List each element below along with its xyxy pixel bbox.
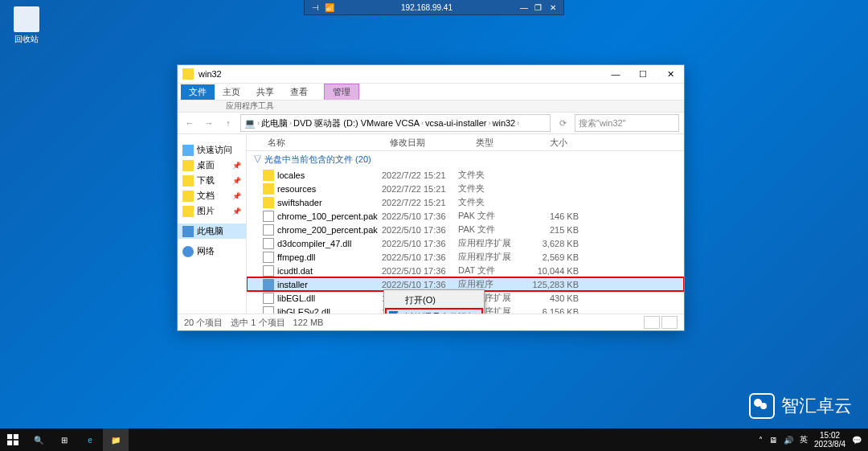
sidebar-item[interactable]: 文档📌 (178, 188, 246, 203)
rdp-minimize-button[interactable]: — (517, 3, 531, 12)
tab-file[interactable]: 文件 (181, 84, 215, 100)
pc-icon (182, 226, 194, 237)
pin-icon: 📌 (232, 207, 241, 215)
col-name[interactable]: 名称 (263, 137, 385, 149)
file-row[interactable]: chrome_200_percent.pak2022/5/10 17:36PAK… (247, 223, 684, 236)
tray-up-icon[interactable]: ˄ (759, 436, 763, 445)
file-icon (263, 293, 274, 304)
file-icon (263, 238, 274, 249)
network-icon[interactable]: 🖥 (769, 436, 777, 445)
taskbar: 🔍 ⊞ e 📁 ˄ 🖥 🔊 英 15:02 2023/8/4 💬 (0, 428, 868, 451)
file-icon (263, 265, 274, 277)
notifications-button[interactable]: 💬 (852, 436, 862, 445)
pin-icon: 📌 (232, 192, 241, 200)
svg-rect-1 (14, 434, 18, 439)
desktop: ⊣ 📶 192.168.99.41 — ❐ ✕ 回收站 win32 — ☐ ✕ … (0, 0, 868, 451)
rdp-signal-icon: 📶 (322, 3, 337, 12)
ime-indicator[interactable]: 英 (800, 434, 808, 445)
up-button[interactable]: ↑ (221, 116, 235, 130)
context-menu: 打开(O)以管理员身份运行(A)兼容性疑难解答(Y)固定到"开始"屏幕(P)共享… (383, 289, 485, 314)
context-menu-item[interactable]: 以管理员身份运行(A) (386, 309, 482, 314)
status-count: 20 个项目 (184, 317, 223, 329)
pin-icon: 📌 (232, 162, 241, 170)
rdp-titlebar: ⊣ 📶 192.168.99.41 — ❐ ✕ (304, 0, 564, 15)
explorer-window: win32 — ☐ ✕ 文件 主页 共享 查看 管理 应用程序工具 ← → ↑ … (177, 64, 685, 331)
breadcrumb[interactable]: 💻› 此电脑› DVD 驱动器 (D:) VMware VCSA› vcsa-u… (240, 114, 551, 132)
back-button[interactable]: ← (182, 116, 197, 130)
close-button[interactable]: ✕ (657, 65, 684, 83)
file-pane: 名称 修改日期 类型 大小 ▽ 光盘中当前包含的文件 (20) locales2… (247, 134, 684, 314)
sidebar-item[interactable]: 图片📌 (178, 203, 246, 219)
search-input[interactable]: 搜索"win32" (575, 114, 679, 132)
start-button[interactable] (0, 428, 26, 451)
window-titlebar[interactable]: win32 — ☐ ✕ (178, 65, 684, 84)
folder-icon (182, 175, 194, 187)
column-headers: 名称 修改日期 类型 大小 (247, 134, 684, 151)
rdp-restore-button[interactable]: ❐ (531, 3, 546, 12)
file-row[interactable]: icudtl.dat2022/5/10 17:36DAT 文件10,044 KB (247, 264, 684, 277)
refresh-button[interactable]: ⟳ (555, 116, 570, 130)
file-row[interactable]: locales2022/7/22 15:21文件夹 (247, 168, 684, 182)
folder-icon (182, 206, 194, 217)
ie-button[interactable]: e (77, 428, 103, 451)
pc-icon: 💻 (244, 118, 256, 129)
net-icon (182, 246, 194, 257)
sidebar-item[interactable]: 下载📌 (178, 173, 246, 188)
status-size: 122 MB (293, 318, 324, 327)
rdp-close-button[interactable]: ✕ (546, 3, 560, 12)
ribbon-tabs: 文件 主页 共享 查看 管理 (178, 84, 684, 100)
svg-rect-2 (7, 441, 12, 445)
rdp-ip: 192.168.99.41 (337, 3, 517, 12)
forward-button[interactable]: → (202, 116, 216, 130)
view-details-button[interactable] (644, 316, 660, 329)
view-buttons (644, 316, 678, 329)
minimize-button[interactable]: — (602, 65, 629, 83)
tab-manage[interactable]: 管理 (324, 84, 359, 100)
shield-icon (389, 311, 399, 314)
view-icons-button[interactable] (661, 316, 678, 329)
col-date[interactable]: 修改日期 (385, 137, 471, 149)
folder-icon (182, 68, 194, 80)
folder-icon (182, 160, 194, 171)
tab-view[interactable]: 查看 (282, 84, 316, 100)
col-type[interactable]: 类型 (471, 137, 545, 149)
search-button[interactable]: 🔍 (26, 428, 51, 451)
watermark: 智汇卓云 (749, 393, 852, 419)
toolbar: ← → ↑ 💻› 此电脑› DVD 驱动器 (D:) VMware VCSA› … (178, 113, 684, 134)
folder-icon (263, 197, 274, 208)
file-list[interactable]: ▽ 光盘中当前包含的文件 (20) locales2022/7/22 15:21… (247, 151, 684, 314)
maximize-button[interactable]: ☐ (629, 65, 657, 83)
clock[interactable]: 15:02 2023/8/4 (814, 431, 845, 449)
sound-icon[interactable]: 🔊 (784, 436, 793, 445)
wechat-icon (749, 393, 775, 419)
folder-icon (182, 191, 194, 202)
sidebar-item[interactable]: 此电脑 (178, 223, 246, 239)
file-icon (263, 211, 274, 222)
tab-share[interactable]: 共享 (248, 84, 282, 100)
rdp-pin-icon[interactable]: ⊣ (308, 3, 322, 12)
file-row[interactable]: ffmpeg.dll2022/5/10 17:36应用程序扩展2,569 KB (247, 250, 684, 264)
recycle-bin-icon[interactable]: 回收站 (6, 6, 47, 45)
sidebar-item[interactable]: 桌面📌 (178, 158, 246, 173)
statusbar: 20 个项目 选中 1 个项目 122 MB (178, 314, 684, 330)
file-row[interactable]: chrome_100_percent.pak2022/5/10 17:36PAK… (247, 209, 684, 223)
file-row[interactable]: swiftshader2022/7/22 15:21文件夹 (247, 195, 684, 209)
system-tray: ˄ 🖥 🔊 英 15:02 2023/8/4 💬 (759, 431, 868, 449)
file-row[interactable]: d3dcompiler_47.dll2022/5/10 17:36应用程序扩展3… (247, 236, 684, 250)
svg-rect-3 (14, 441, 18, 445)
group-header[interactable]: ▽ 光盘中当前包含的文件 (20) (247, 151, 684, 168)
window-title: win32 (199, 69, 602, 79)
tab-home[interactable]: 主页 (215, 84, 248, 100)
pin-icon: 📌 (232, 177, 241, 185)
context-menu-item[interactable]: 打开(O) (386, 292, 482, 309)
file-icon (263, 252, 274, 263)
sidebar: 快速访问桌面📌下载📌文档📌图片📌此电脑网络 (178, 134, 247, 314)
sidebar-item[interactable]: 网络 (178, 244, 246, 259)
taskview-button[interactable]: ⊞ (51, 428, 77, 451)
sidebar-item[interactable]: 快速访问 (178, 142, 246, 158)
explorer-taskbar-button[interactable]: 📁 (103, 428, 129, 451)
col-size[interactable]: 大小 (545, 137, 611, 149)
file-row[interactable]: resources2022/7/22 15:21文件夹 (247, 182, 684, 195)
ribbon-subtab: 应用程序工具 (178, 100, 684, 113)
folder-icon (263, 183, 274, 195)
